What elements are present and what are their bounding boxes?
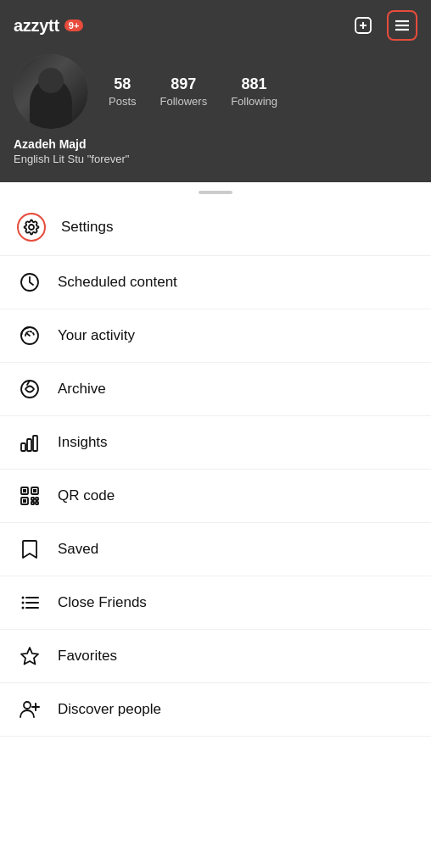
profile-bio: English Lit Stu "forever" [14, 153, 417, 165]
sheet-handle [0, 182, 431, 199]
svg-rect-12 [27, 439, 31, 451]
qr-code-label: QR code [58, 487, 115, 504]
svg-point-6 [29, 225, 34, 230]
svg-rect-17 [33, 489, 36, 492]
svg-rect-23 [36, 502, 38, 504]
profile-info-row: 58 Posts 897 Followers 881 Following [14, 54, 417, 129]
menu-item-your-activity[interactable]: Your activity [0, 309, 431, 363]
svg-rect-13 [33, 436, 37, 451]
svg-rect-11 [21, 443, 25, 451]
scheduled-content-label: Scheduled content [58, 274, 177, 291]
menu-button[interactable] [387, 10, 417, 41]
menu-item-insights[interactable]: Insights [0, 416, 431, 470]
discover-people-label: Discover people [58, 701, 161, 718]
following-label: Following [231, 95, 277, 108]
menu-list: Settings Scheduled content [0, 199, 431, 737]
menu-item-close-friends[interactable]: Close Friends [0, 576, 431, 630]
svg-point-24 [22, 597, 25, 599]
posts-label: Posts [109, 95, 137, 108]
menu-item-discover-people[interactable]: Discover people [0, 683, 431, 737]
notification-badge: 9+ [64, 19, 84, 31]
username-row: azzytt 9+ [14, 16, 83, 36]
avatar-image [14, 54, 88, 129]
saved-label: Saved [58, 541, 98, 558]
profile-name: Azadeh Majd [14, 137, 417, 151]
profile-name-bio: Azadeh Majd English Lit Stu "forever" [14, 137, 417, 165]
activity-icon [17, 323, 42, 348]
menu-item-favorites[interactable]: Favorites [0, 630, 431, 683]
menu-item-qr-code[interactable]: QR code [0, 470, 431, 523]
stat-followers: 897 Followers [160, 75, 208, 108]
settings-label: Settings [61, 219, 113, 236]
archive-icon [17, 376, 42, 402]
handle-bar [199, 191, 232, 194]
menu-item-settings[interactable]: Settings [0, 199, 431, 256]
username: azzytt [14, 16, 59, 36]
menu-item-saved[interactable]: Saved [0, 523, 431, 576]
add-person-icon [17, 697, 42, 722]
stats-row: 58 Posts 897 Followers 881 Following [109, 75, 277, 108]
list-icon [17, 590, 42, 615]
top-icons [348, 10, 417, 41]
svg-point-31 [24, 702, 31, 709]
top-bar: azzytt 9+ [14, 10, 417, 41]
svg-point-9 [21, 381, 38, 398]
followers-label: Followers [160, 95, 208, 108]
svg-rect-20 [31, 498, 34, 500]
svg-rect-22 [31, 502, 34, 504]
star-icon [17, 643, 42, 669]
add-button[interactable] [348, 10, 378, 41]
svg-point-25 [22, 602, 25, 604]
menu-item-archive[interactable]: Archive [0, 363, 431, 416]
qr-icon [17, 483, 42, 509]
svg-rect-21 [36, 498, 38, 500]
insights-label: Insights [58, 434, 108, 451]
following-count: 881 [242, 75, 267, 93]
gear-icon [17, 213, 46, 242]
svg-rect-15 [23, 489, 26, 492]
close-friends-label: Close Friends [58, 594, 147, 611]
svg-marker-30 [21, 648, 38, 665]
svg-point-26 [22, 607, 25, 609]
archive-label: Archive [58, 381, 106, 398]
your-activity-label: Your activity [58, 327, 135, 344]
avatar [14, 54, 88, 129]
menu-item-scheduled-content[interactable]: Scheduled content [0, 256, 431, 309]
stat-posts: 58 Posts [109, 75, 137, 108]
bookmark-icon [17, 537, 42, 562]
favorites-label: Favorites [58, 648, 117, 665]
posts-count: 58 [114, 75, 131, 93]
bar-chart-icon [17, 430, 42, 455]
followers-count: 897 [171, 75, 196, 93]
stat-following: 881 Following [231, 75, 277, 108]
profile-header: azzytt 9+ [0, 0, 431, 182]
clock-icon [17, 270, 42, 295]
bottom-sheet: Settings Scheduled content [0, 182, 431, 737]
svg-rect-19 [23, 499, 26, 503]
